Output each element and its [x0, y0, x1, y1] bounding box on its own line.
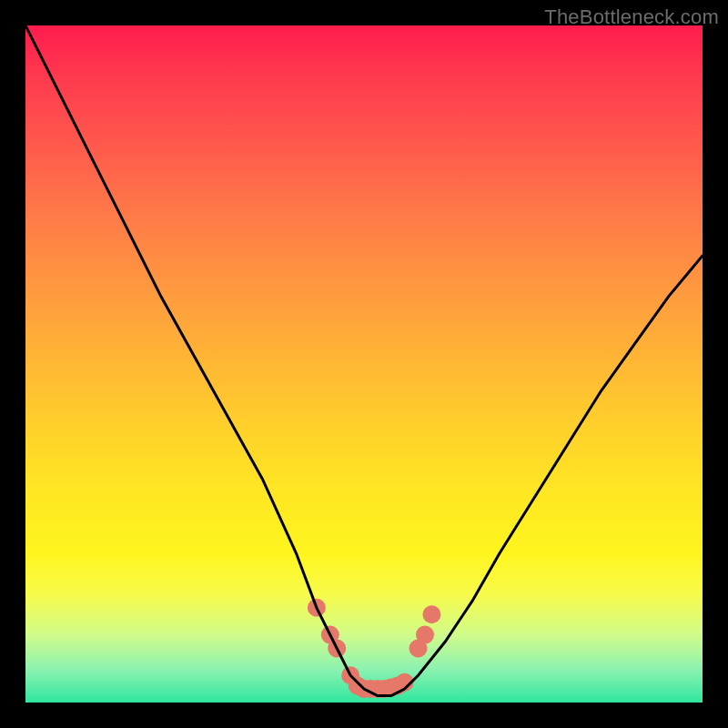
- trough-marker: [422, 605, 440, 623]
- trough-marker: [355, 680, 373, 698]
- trough-marker: [375, 680, 393, 698]
- trough-markers: [308, 599, 441, 698]
- trough-marker: [389, 676, 407, 694]
- trough-marker: [341, 666, 359, 684]
- trough-marker: [410, 640, 428, 658]
- trough-marker: [416, 626, 434, 644]
- trough-marker: [361, 680, 379, 698]
- trough-marker: [369, 680, 387, 698]
- trough-marker: [308, 599, 326, 617]
- trough-marker: [396, 673, 414, 692]
- chart-frame: TheBottleneck.com: [0, 0, 728, 728]
- trough-marker: [321, 626, 339, 644]
- watermark-text: TheBottleneck.com: [544, 5, 719, 29]
- trough-marker: [349, 676, 367, 694]
- trough-marker: [382, 679, 400, 697]
- bottleneck-curve: [25, 25, 703, 696]
- chart-plot-area: [25, 25, 703, 703]
- trough-marker: [328, 640, 346, 658]
- bottleneck-curve-svg: [25, 25, 703, 703]
